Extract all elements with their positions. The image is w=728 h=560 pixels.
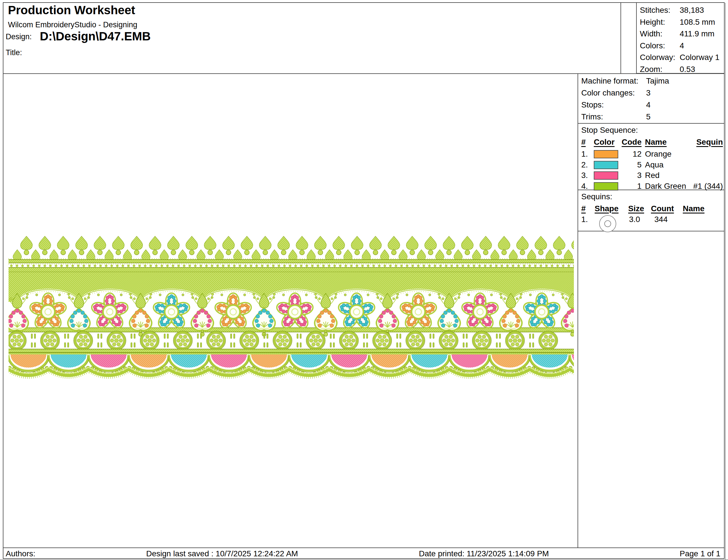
info-row-value: Colorway 1 (680, 53, 719, 62)
page-number: Page 1 of 1 (680, 549, 720, 558)
color-swatch (594, 172, 618, 180)
machine-row-value: Tajima (646, 77, 669, 86)
stop-row-num: 2. (581, 160, 588, 170)
machine-row-value: 4 (646, 100, 651, 110)
sequin-col-shape: Shape (595, 204, 619, 213)
sequin-col-count: Count (651, 204, 674, 213)
circle-sequin-icon (598, 214, 617, 234)
stop-row-code: 3 (619, 171, 642, 180)
stop-row-code: 1 (619, 182, 642, 191)
info-row-label: Zoom: (640, 65, 662, 74)
machine-row-label: Stops: (581, 100, 604, 110)
machine-row-label: Trims: (581, 112, 603, 121)
page-title: Production Worksheet (8, 3, 135, 17)
authors-label: Authors: (6, 549, 35, 558)
date-printed-text: Date printed: 11/23/2025 1:14:09 PM (419, 549, 549, 558)
machine-row-value: 3 (646, 88, 651, 98)
color-swatch (594, 182, 618, 191)
machine-row-value: 5 (646, 112, 651, 121)
info-row-label: Height: (640, 18, 665, 27)
info-row-value: 38,183 (680, 6, 704, 15)
last-saved-text: Design last saved : 10/7/2025 12:24:22 A… (146, 549, 298, 558)
sequins-panel: Sequins: #ShapeSizeCountName1.3.0344 (578, 190, 725, 231)
header-vline (621, 2, 621, 73)
stop-row-name: Red (645, 171, 659, 180)
page-shadow-right (725, 3, 726, 559)
sequin-row-count: 344 (654, 215, 668, 224)
info-row-label: Colorway: (640, 53, 675, 62)
machine-row-label: Machine format: (581, 77, 638, 86)
stop-row-name: Dark Green (645, 182, 686, 191)
stop-row-name: Orange (645, 150, 671, 159)
stop-row-code: 12 (619, 150, 642, 159)
footer-divider (3, 547, 725, 548)
title-label: Title: (6, 48, 22, 57)
sequin-col-size: Size (628, 204, 644, 213)
info-row-label: Width: (640, 29, 662, 38)
sequin-row-num: 1. (581, 215, 588, 224)
stop-col-num: # (581, 138, 586, 147)
stop-col-code: Code (619, 138, 642, 147)
worksheet-page: Production Worksheet Wilcom EmbroiderySt… (0, 0, 728, 560)
app-subtitle: Wilcom EmbroideryStudio - Designing (8, 20, 137, 29)
stop-col-color: Color (594, 138, 615, 147)
design-label: Design: (6, 32, 32, 41)
design-info-box: Stitches:38,183Height:108.5 mmWidth:411.… (636, 2, 725, 74)
info-row-label: Colors: (640, 41, 665, 50)
color-swatch (594, 150, 618, 158)
color-swatch (594, 161, 618, 169)
stop-row-code: 5 (619, 160, 642, 170)
stop-row-sequin: #1 (344) (680, 182, 723, 191)
stop-row-num: 1. (581, 150, 588, 159)
embroidery-design-preview (9, 235, 574, 381)
design-path: D:\Design\D47.EMB (40, 30, 151, 43)
info-row-value: 4 (680, 41, 684, 50)
info-row-value: 0.53 (680, 65, 695, 74)
stop-row-num: 4. (581, 182, 588, 191)
sequin-col-name: Name (683, 204, 704, 213)
stop-sequence-panel: Stop Sequence: #ColorCodeNameSequin1.12O… (578, 123, 725, 190)
stop-row-name: Aqua (645, 160, 663, 170)
stop-row-num: 3. (581, 171, 588, 180)
machine-info-panel: Machine format:TajimaColor changes:3Stop… (578, 74, 725, 123)
machine-row-label: Color changes: (581, 88, 635, 98)
info-row-value: 108.5 mm (680, 18, 715, 27)
stop-col-sequin: Sequin (689, 138, 723, 147)
stop-col-name: Name (645, 138, 667, 147)
sequin-row-size: 3.0 (629, 215, 640, 224)
info-row-value: 411.9 mm (680, 29, 714, 38)
sequin-col-num: # (581, 204, 586, 213)
info-row-label: Stitches: (640, 6, 670, 15)
